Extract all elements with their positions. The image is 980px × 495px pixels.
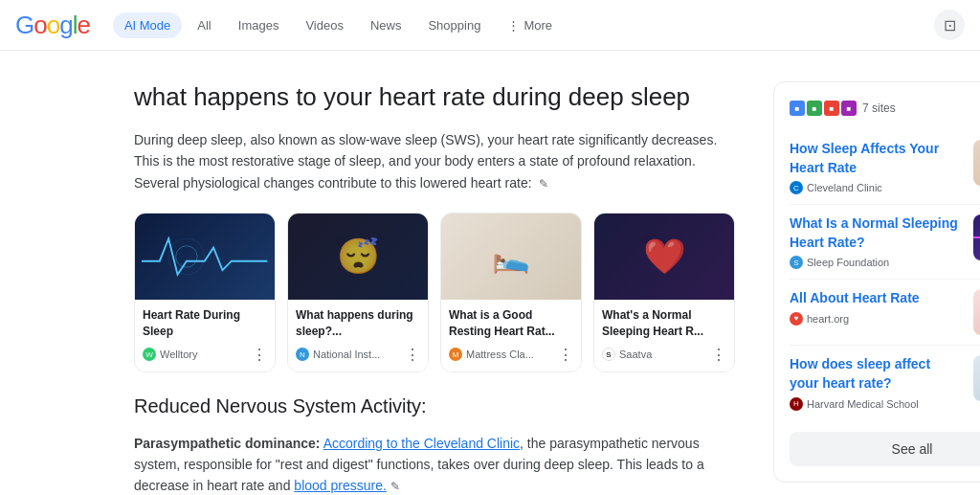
card-heart-rate-sleep[interactable]: Heart Rate During Sleep W Welltory ⋮ xyxy=(134,213,276,372)
subsection-label: Parasympathetic dominance: xyxy=(134,436,321,451)
sidebar-source-label-1: Cleveland Clinic xyxy=(807,182,882,193)
header-right: ⊡ xyxy=(934,10,965,40)
ecg-chart-icon xyxy=(142,228,267,285)
sidebar-header: ■ ■ ■ ■ 7 sites ⋮ xyxy=(790,98,980,119)
more-menu[interactable]: ⋮ More xyxy=(496,12,564,38)
tab-all[interactable]: All xyxy=(186,12,222,38)
favicon-saatva: S xyxy=(602,348,615,361)
sidebar-item-about-heart[interactable]: All About Heart Rate ♥ heart.org ❤️ xyxy=(790,280,980,346)
google-logo: Google xyxy=(15,11,90,40)
sidebar-thumb-4: 🛌 xyxy=(973,355,980,401)
main-layout: what happens to your heart rate during d… xyxy=(0,51,980,495)
tab-videos[interactable]: Videos xyxy=(294,12,355,38)
sidebar-favicon-4: H xyxy=(790,397,803,411)
account-icon[interactable]: ⊡ xyxy=(934,10,965,40)
sidebar: ■ ■ ■ ■ 7 sites ⋮ How Sleep Affects Your… xyxy=(773,81,980,495)
edit-icon[interactable]: ✎ xyxy=(539,175,548,193)
source-label-1: Welltory xyxy=(160,349,198,360)
card-image-1 xyxy=(135,214,275,300)
sidebar-item-source-4: H Harvard Medical School xyxy=(790,397,962,411)
source-label-3: Mattress Cla... xyxy=(466,349,534,360)
card-image-3: 🛌 xyxy=(441,214,581,300)
card-title-2: What happens during sleep?... xyxy=(296,307,420,340)
card-body-1: Heart Rate During Sleep W Welltory ⋮ xyxy=(135,300,275,371)
nav-tabs: AI Mode All Images Videos News Shopping … xyxy=(113,12,564,38)
sidebar-item-source-2: S Sleep Foundation xyxy=(790,256,962,269)
section-heading: Reduced Nervous System Activity: xyxy=(134,395,735,417)
tab-shopping[interactable]: Shopping xyxy=(416,12,492,38)
summary-text: During deep sleep, also known as slow-wa… xyxy=(134,129,735,193)
source-label-2: National Inst... xyxy=(313,349,380,360)
site-icon-1: ■ xyxy=(790,101,805,116)
card-source-3: M Mattress Cla... xyxy=(449,348,534,361)
sidebar-source-label-4: Harvard Medical School xyxy=(807,398,919,410)
card-menu-1[interactable]: ⋮ xyxy=(252,346,267,364)
sites-count: 7 sites xyxy=(862,101,896,115)
sidebar-item-info-2: What Is a Normal Sleeping Heart Rate? S … xyxy=(790,214,962,269)
link-blood-pressure[interactable]: blood pressure. xyxy=(294,478,387,493)
card-title-4: What's a Normal Sleeping Heart R... xyxy=(602,307,726,340)
source-label-4: Saatva xyxy=(619,349,652,360)
tab-news[interactable]: News xyxy=(359,12,413,38)
sidebar-item-info-1: How Sleep Affects Your Heart Rate C Clev… xyxy=(790,140,962,194)
sidebar-item-title-2: What Is a Normal Sleeping Heart Rate? xyxy=(790,214,962,252)
card-footer-4: S Saatva ⋮ xyxy=(602,346,726,364)
favicon-mattress: M xyxy=(449,348,462,361)
summary-body: During deep sleep, also known as slow-wa… xyxy=(134,132,717,191)
card-what-happens[interactable]: 😴 What happens during sleep?... N Nation… xyxy=(287,213,429,372)
card-menu-4[interactable]: ⋮ xyxy=(711,346,726,364)
sidebar-source-label-3: heart.org xyxy=(807,313,849,325)
card-body-3: What is a Good Resting Heart Rat... M Ma… xyxy=(441,300,581,371)
card-title-3: What is a Good Resting Heart Rat... xyxy=(449,307,573,340)
favicon-welltory: W xyxy=(143,348,156,361)
see-all-button[interactable]: See all xyxy=(790,432,980,466)
page-title: what happens to your heart rate during d… xyxy=(134,81,735,114)
card-good-resting[interactable]: 🛌 What is a Good Resting Heart Rat... M … xyxy=(440,213,582,372)
site-icon-4: ■ xyxy=(841,101,857,116)
card-body-4: What's a Normal Sleeping Heart R... S Sa… xyxy=(594,300,734,371)
sidebar-item-info-4: How does sleep affect your heart rate? H… xyxy=(790,355,962,410)
card-source-4: S Saatva xyxy=(602,348,652,361)
sidebar-item-sleep-affects[interactable]: How Sleep Affects Your Heart Rate C Clev… xyxy=(790,130,980,205)
sidebar-sites: ■ ■ ■ ■ 7 sites xyxy=(790,101,896,116)
sidebar-item-source-1: C Cleveland Clinic xyxy=(790,181,962,194)
sidebar-item-title-4: How does sleep affect your heart rate? xyxy=(790,355,962,393)
tab-ai-mode[interactable]: AI Mode xyxy=(113,12,182,38)
card-title-1: Heart Rate During Sleep xyxy=(143,307,267,340)
body-text-parasympathetic: Parasympathetic dominance: According to … xyxy=(134,433,735,495)
site-icon-3: ■ xyxy=(824,101,839,116)
sidebar-item-info-3: All About Heart Rate ♥ heart.org xyxy=(790,289,962,326)
sidebar-favicon-2: S xyxy=(790,256,803,269)
sidebar-item-normal-rate[interactable]: What Is a Normal Sleeping Heart Rate? S … xyxy=(790,205,980,280)
sidebar-item-source-3: ♥ heart.org xyxy=(790,312,962,326)
link-cleveland[interactable]: According to the Cleveland Clinic xyxy=(323,436,520,451)
sidebar-thumb-3: ❤️ xyxy=(973,289,980,335)
card-normal-sleeping[interactable]: ❤️ What's a Normal Sleeping Heart R... S… xyxy=(593,213,735,372)
card-source-1: W Welltory xyxy=(143,348,198,361)
cards-grid: Heart Rate During Sleep W Welltory ⋮ 😴 xyxy=(134,213,735,372)
sidebar-item-title-3: All About Heart Rate xyxy=(790,289,962,308)
card-footer-1: W Welltory ⋮ xyxy=(143,346,267,364)
svg-point-0 xyxy=(176,246,198,268)
sidebar-card: ■ ■ ■ ■ 7 sites ⋮ How Sleep Affects Your… xyxy=(773,81,980,483)
more-label: More xyxy=(523,18,552,33)
card-image-4: ❤️ xyxy=(594,214,734,300)
sidebar-thumb-2 xyxy=(973,214,980,260)
sidebar-thumb-1: ⌚ xyxy=(973,140,980,186)
sidebar-source-label-2: Sleep Foundation xyxy=(807,257,889,268)
header: Google AI Mode All Images Videos News Sh… xyxy=(0,0,980,51)
main-content: what happens to your heart rate during d… xyxy=(134,81,735,495)
more-dots-icon: ⋮ xyxy=(507,18,520,33)
card-menu-2[interactable]: ⋮ xyxy=(405,346,420,364)
tab-images[interactable]: Images xyxy=(227,12,291,38)
card-source-2: N National Inst... xyxy=(296,348,380,361)
card-footer-3: M Mattress Cla... ⋮ xyxy=(449,346,573,364)
sidebar-favicon-3: ♥ xyxy=(790,312,803,326)
ecg-thumb-icon xyxy=(973,214,980,260)
site-icon-2: ■ xyxy=(807,101,822,116)
sidebar-item-sleep-affect[interactable]: How does sleep affect your heart rate? H… xyxy=(790,346,980,419)
favicon-national: N xyxy=(296,348,309,361)
card-menu-3[interactable]: ⋮ xyxy=(558,346,573,364)
edit-icon-2[interactable]: ✎ xyxy=(390,478,400,495)
sidebar-favicon-1: C xyxy=(790,181,803,194)
